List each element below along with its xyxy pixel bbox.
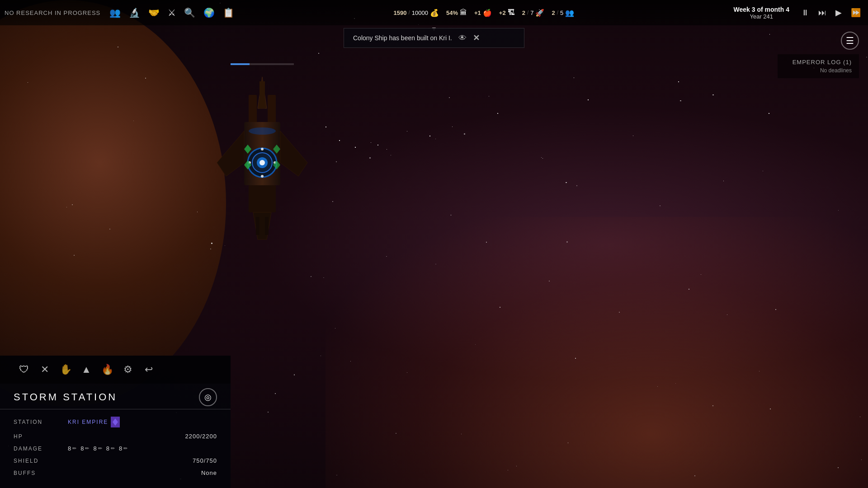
tab-back[interactable]: ↩ [138, 359, 159, 380]
station-name: STORM STATION [14, 391, 117, 403]
fast-forward-button[interactable]: ⏩ [848, 6, 863, 19]
food-icon: 🏛 [460, 9, 467, 17]
year-display: Year 241 [734, 13, 789, 20]
svg-rect-1 [259, 81, 265, 108]
station-type-row: STATION KRI EMPIRE [14, 414, 217, 430]
build-icon: 🏗 [508, 9, 515, 17]
buffs-label: BUFFS [14, 470, 68, 476]
station-panel: 🛡 ✕ ✋ ▲ 🔥 ⚙ ↩ STORM STATION ◎ STATION KR… [0, 356, 231, 488]
shield-label: SHIELD [14, 458, 68, 464]
svg-point-13 [261, 175, 264, 178]
svg-rect-23 [265, 217, 269, 235]
pop-stat: 2 / 5 👥 [552, 9, 574, 17]
forward-button[interactable]: ▶ [833, 6, 844, 19]
tab-fire[interactable]: 🔥 [97, 359, 118, 380]
menu-button[interactable]: ☰ [841, 32, 859, 50]
svg-marker-6 [280, 131, 307, 176]
tab-settings[interactable]: ⚙ [118, 359, 138, 380]
build-stat: +2 🏗 [499, 9, 515, 17]
empire-name: KRI EMPIRE [68, 419, 108, 425]
svg-point-7 [249, 127, 276, 135]
svg-rect-22 [256, 217, 259, 235]
buffs-row: BUFFS None [14, 467, 217, 479]
research-status: NO RESEARCH IN PROGRESS [5, 9, 100, 16]
svg-point-12 [261, 148, 264, 150]
top-hud: NO RESEARCH IN PROGRESS 👥 🔬 🤝 ⚔ 🔍 🌍 📋 15… [0, 0, 868, 25]
diplomacy-icon[interactable]: 🤝 [148, 7, 160, 18]
notification-close-button[interactable]: ✕ [473, 33, 480, 43]
food-stat: 54% 🏛 [446, 9, 467, 17]
step-button[interactable]: ⏭ [816, 6, 829, 19]
svg-rect-20 [249, 185, 276, 212]
production-icon: 🍎 [483, 9, 492, 17]
damage-row: DAMAGE 8 ✏ 8 ✏ 8 ✏ 8 ✏ 8 ✏ [14, 442, 217, 455]
hp-value: 2200/2200 [68, 433, 217, 440]
type-label: STATION [14, 419, 68, 425]
notification-bar: Colony Ship has been built on Kri I. 👁 ✕ [344, 28, 524, 48]
damage-val-5: 8 ✏ [119, 445, 128, 452]
tab-combat[interactable]: ✕ [34, 359, 55, 380]
station-header: STORM STATION ◎ [0, 384, 231, 409]
shield-row: SHIELD 750/750 [14, 455, 217, 467]
hp-label: HP [14, 433, 68, 440]
military-icon[interactable]: ⚔ [168, 7, 176, 18]
damage-val-3: 8 ✏ [93, 445, 102, 452]
tab-defense[interactable]: 🛡 [14, 359, 34, 380]
shield-value: 750/750 [68, 457, 217, 464]
map-icon[interactable]: 🌍 [203, 7, 215, 18]
resource-stats: 1590 / 10000 💰 54% 🏛 +1 🍎 +2 🏗 2 / 7 🚀 2… [239, 9, 729, 17]
station-target-button[interactable]: ◎ [199, 388, 217, 406]
svg-marker-5 [217, 131, 244, 176]
damage-values: 8 ✏ 8 ✏ 8 ✏ 8 ✏ 8 ✏ [68, 445, 128, 452]
hp-row: HP 2200/2200 [14, 430, 217, 442]
damage-val-1: 8 ✏ [68, 445, 77, 452]
search-icon[interactable]: 🔍 [184, 7, 195, 18]
population-icon[interactable]: 👥 [109, 7, 121, 18]
svg-point-11 [259, 160, 265, 165]
emperor-log-panel: EMPEROR LOG (1) No deadlines [778, 54, 859, 78]
ships-icon: 🚀 [535, 9, 544, 17]
tab-interact[interactable]: ✋ [55, 359, 76, 380]
game-controls: ⏸ ⏭ ▶ ⏩ [798, 6, 863, 19]
empire-display: KRI EMPIRE [68, 417, 120, 427]
notification-message: Colony Ship has been built on Kri I. [353, 34, 452, 42]
empire-flag [111, 417, 120, 427]
station-info: STATION KRI EMPIRE HP 2200/2200 DAMAGE 8… [0, 409, 231, 488]
credits-icon: 💰 [430, 9, 439, 17]
layers-icon[interactable]: 📋 [223, 7, 234, 18]
damage-label: DAMAGE [14, 446, 68, 452]
station-tabs: 🛡 ✕ ✋ ▲ 🔥 ⚙ ↩ [0, 356, 231, 384]
ship-display[interactable] [194, 63, 330, 253]
damage-val-2: 8 ✏ [80, 445, 90, 452]
emperor-log-deadlines: No deadlines [785, 67, 852, 74]
research-icon[interactable]: 🔬 [129, 7, 140, 18]
damage-val-4: 8 ✏ [106, 445, 115, 452]
nav-icons: 👥 🔬 🤝 ⚔ 🔍 🌍 📋 [109, 7, 234, 18]
week-display: Week 3 of month 4 [734, 6, 789, 13]
ship-svg [208, 72, 316, 244]
notification-eye-button[interactable]: 👁 [458, 33, 467, 43]
emperor-log-title: EMPEROR LOG (1) [785, 59, 852, 66]
production-stat: +1 🍎 [474, 9, 492, 17]
pause-button[interactable]: ⏸ [798, 6, 812, 19]
buffs-value: None [68, 469, 217, 476]
game-timer: Week 3 of month 4 Year 241 [734, 6, 789, 20]
ships-stat: 2 / 7 🚀 [522, 9, 545, 17]
credits-stat: 1590 / 10000 💰 [394, 9, 439, 17]
pop-icon: 👥 [565, 9, 574, 17]
tab-build[interactable]: ▲ [76, 359, 97, 380]
